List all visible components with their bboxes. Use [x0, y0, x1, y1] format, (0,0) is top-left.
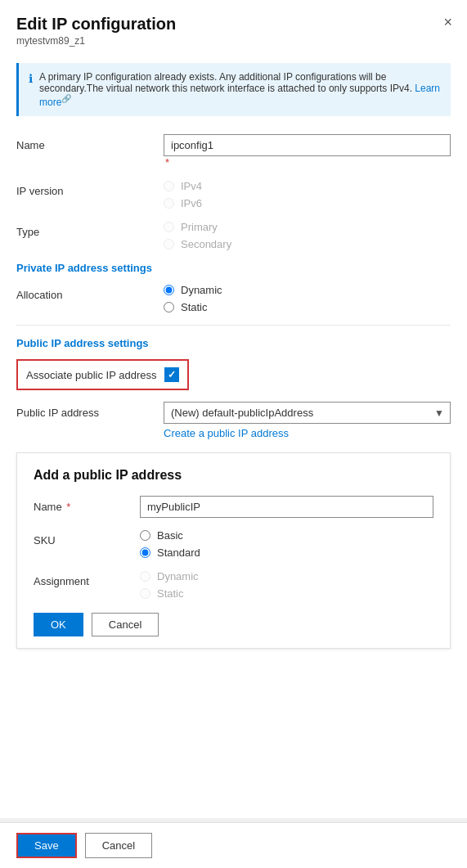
- ipv6-label: IPv6: [181, 197, 202, 209]
- sub-name-label-text: Name: [34, 501, 62, 513]
- standard-label: Standard: [157, 546, 200, 559]
- panel-subtitle: mytestvm89_z1: [16, 35, 451, 47]
- secondary-label: Secondary: [181, 238, 231, 250]
- ipv4-label: IPv4: [181, 180, 202, 192]
- type-label: Type: [16, 221, 164, 238]
- static-option[interactable]: Static: [164, 301, 451, 313]
- dynamic-option[interactable]: Dynamic: [164, 284, 451, 296]
- info-banner-text: A primary IP configuration already exist…: [39, 71, 441, 108]
- standard-radio[interactable]: [140, 547, 150, 558]
- sub-name-control: [140, 496, 433, 518]
- type-row: Type Primary Secondary: [16, 221, 451, 250]
- private-ip-section-title: Private IP address settings: [16, 262, 451, 274]
- bottom-bar: Save Cancel: [0, 822, 467, 868]
- assignment-radio-group: Dynamic Static: [140, 570, 433, 600]
- add-public-ip-panel: Add a public IP address Name * SKU: [16, 452, 451, 649]
- static-radio[interactable]: [164, 302, 174, 313]
- sub-assignment-row: Assignment Dynamic Static: [34, 570, 433, 600]
- sub-cancel-button[interactable]: Cancel: [92, 613, 159, 636]
- dynamic-radio[interactable]: [164, 285, 174, 295]
- assign-static-label: Static: [157, 587, 184, 600]
- assign-dynamic-label: Dynamic: [157, 570, 199, 582]
- sub-sku-control: Basic Standard: [140, 529, 433, 559]
- standard-option[interactable]: Standard: [140, 546, 433, 559]
- basic-option[interactable]: Basic: [140, 529, 433, 542]
- static-label: Static: [181, 301, 208, 313]
- panel-header: Edit IP configuration mytestvm89_z1 ×: [0, 0, 467, 53]
- external-icon: 🔗: [61, 94, 71, 103]
- sub-assignment-label: Assignment: [34, 570, 140, 587]
- basic-label: Basic: [157, 529, 183, 542]
- cancel-button[interactable]: Cancel: [85, 833, 152, 858]
- primary-label: Primary: [181, 221, 218, 233]
- public-ip-section-title: Public IP address settings: [16, 337, 451, 349]
- panel-title: Edit IP configuration: [16, 15, 451, 34]
- allocation-control: Dynamic Static: [164, 284, 451, 313]
- ip-version-row: IP version IPv4 IPv6: [16, 180, 451, 209]
- form-body: Name * IP version IPv4 IPv6: [0, 126, 467, 673]
- name-input[interactable]: [164, 134, 451, 156]
- assign-static-radio[interactable]: [140, 588, 150, 599]
- ipv6-option[interactable]: IPv6: [164, 197, 451, 209]
- allocation-radio-group: Dynamic Static: [164, 284, 451, 313]
- name-control: *: [164, 134, 451, 169]
- ipv4-option[interactable]: IPv4: [164, 180, 451, 192]
- sub-name-label: Name *: [34, 496, 140, 513]
- associate-checkbox[interactable]: [164, 367, 179, 382]
- public-ip-row: Public IP address (New) default-publicIp…: [16, 402, 451, 439]
- primary-option[interactable]: Primary: [164, 221, 451, 233]
- save-button[interactable]: Save: [16, 833, 77, 858]
- sub-name-row: Name *: [34, 496, 433, 518]
- assign-static-option[interactable]: Static: [140, 587, 433, 600]
- dynamic-label: Dynamic: [181, 284, 222, 296]
- public-ip-select[interactable]: (New) default-publicIpAddress: [164, 402, 451, 424]
- ok-button[interactable]: OK: [34, 613, 83, 636]
- name-row: Name *: [16, 134, 451, 169]
- secondary-option[interactable]: Secondary: [164, 238, 451, 250]
- primary-radio[interactable]: [164, 222, 174, 232]
- sub-sku-label: SKU: [34, 529, 140, 546]
- info-icon: ℹ: [29, 72, 33, 85]
- assign-dynamic-option[interactable]: Dynamic: [140, 570, 433, 582]
- allocation-label: Allocation: [16, 284, 164, 301]
- sub-panel-buttons: OK Cancel: [34, 613, 433, 636]
- create-public-ip-link[interactable]: Create a public IP address: [164, 427, 289, 439]
- public-ip-label: Public IP address: [16, 402, 164, 419]
- sub-assignment-control: Dynamic Static: [140, 570, 433, 600]
- sub-name-required: *: [66, 501, 70, 513]
- type-control: Primary Secondary: [164, 221, 451, 250]
- required-star: *: [165, 156, 169, 169]
- sub-panel-title: Add a public IP address: [34, 468, 433, 483]
- ip-version-radio-group: IPv4 IPv6: [164, 180, 451, 209]
- divider: [16, 325, 451, 326]
- sku-radio-group: Basic Standard: [140, 529, 433, 559]
- name-label: Name: [16, 134, 164, 151]
- assign-dynamic-radio[interactable]: [140, 571, 150, 582]
- secondary-radio[interactable]: [164, 239, 174, 250]
- sub-sku-row: SKU Basic Standard: [34, 529, 433, 559]
- type-radio-group: Primary Secondary: [164, 221, 451, 250]
- edit-ip-config-panel: Edit IP configuration mytestvm89_z1 × ℹ …: [0, 0, 467, 818]
- basic-radio[interactable]: [140, 530, 150, 541]
- associate-row: Associate public IP address: [16, 359, 189, 390]
- info-banner-body: A primary IP configuration already exist…: [39, 71, 412, 94]
- associate-label: Associate public IP address: [26, 369, 156, 381]
- close-button[interactable]: ×: [443, 15, 452, 29]
- ip-version-control: IPv4 IPv6: [164, 180, 451, 209]
- public-ip-control: (New) default-publicIpAddress ▼ Create a…: [164, 402, 451, 439]
- allocation-row: Allocation Dynamic Static: [16, 284, 451, 313]
- public-ip-select-wrapper: (New) default-publicIpAddress ▼: [164, 402, 451, 424]
- ip-version-label: IP version: [16, 180, 164, 197]
- ipv4-radio[interactable]: [164, 181, 174, 191]
- info-banner: ℹ A primary IP configuration already exi…: [16, 63, 451, 116]
- sub-name-input[interactable]: [140, 496, 433, 518]
- ipv6-radio[interactable]: [164, 198, 174, 209]
